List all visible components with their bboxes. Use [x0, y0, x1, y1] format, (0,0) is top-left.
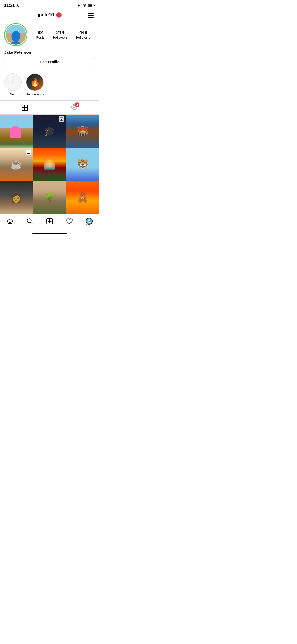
- grid-photo-5[interactable]: 🌅: [33, 148, 66, 181]
- battery-icon: [88, 4, 95, 7]
- nav-profile[interactable]: [84, 217, 95, 226]
- photo-9-emoji: 🧸: [77, 192, 89, 203]
- posts-stat[interactable]: 82 Posts: [36, 30, 45, 39]
- grid-photo-3[interactable]: 🏟️: [66, 115, 99, 148]
- grid-photo-7[interactable]: 👩: [0, 181, 33, 214]
- svg-rect-12: [27, 151, 30, 153]
- svg-rect-5: [25, 105, 27, 107]
- new-story-circle[interactable]: +: [4, 73, 22, 91]
- avatar-container[interactable]: [4, 23, 27, 46]
- status-time: 11:21: [4, 3, 19, 8]
- top-nav: jpete10 1: [0, 10, 99, 21]
- wifi-icon: [83, 4, 87, 7]
- grid-photo-4[interactable]: ☕: [0, 148, 33, 181]
- tagged-badge: 2: [75, 102, 79, 107]
- avatar-face: [6, 25, 26, 45]
- svg-rect-7: [25, 108, 27, 110]
- photo-5-emoji: 🌅: [44, 159, 55, 170]
- status-bar: 11:21: [0, 0, 99, 10]
- svg-point-18: [88, 219, 90, 221]
- photo-4-emoji: ☕: [10, 159, 22, 170]
- posts-label: Posts: [36, 35, 45, 39]
- svg-rect-6: [22, 108, 25, 110]
- location-icon: [16, 4, 19, 7]
- photo-grid: 🎓 🏟️ ☕ 🌅 🐯: [0, 115, 99, 214]
- grid-icon: [22, 104, 28, 111]
- svg-rect-11: [61, 118, 62, 120]
- bottom-nav: [0, 214, 99, 231]
- add-icon: [46, 218, 53, 225]
- photo-8-emoji: 🌳: [44, 192, 55, 203]
- photo-3-content: 🏟️: [66, 115, 99, 148]
- nav-activity[interactable]: [64, 217, 75, 226]
- profile-info-row: 82 Posts 214 Followers 449 Following: [4, 23, 95, 46]
- stories-row: + New 🔥 Boomerangs: [0, 70, 99, 101]
- grid-photo-2[interactable]: 🎓: [33, 115, 66, 148]
- svg-line-14: [31, 222, 32, 224]
- username: jpete10: [37, 12, 54, 18]
- svg-marker-0: [16, 4, 19, 7]
- edit-profile-button[interactable]: Edit Profile: [4, 58, 95, 66]
- hamburger-menu[interactable]: [87, 12, 95, 19]
- grid-photo-9[interactable]: 🧸: [66, 181, 99, 214]
- svg-rect-3: [89, 4, 92, 7]
- photo-5-content: 🌅: [33, 148, 66, 181]
- followers-label: Followers: [53, 35, 68, 39]
- profile-nav-dot: [86, 224, 87, 225]
- new-story-label: New: [10, 93, 16, 96]
- nav-add[interactable]: [44, 217, 55, 226]
- followers-stat[interactable]: 214 Followers: [53, 30, 68, 39]
- boomerangs-story-label: Boomerangs: [26, 93, 44, 96]
- tagged-icon-container: 2: [71, 104, 77, 111]
- nav-home[interactable]: [4, 217, 16, 226]
- grid-photo-1[interactable]: [0, 115, 33, 148]
- following-count: 449: [79, 30, 87, 35]
- profile-header: 82 Posts 214 Followers 449 Following Jak…: [0, 21, 99, 70]
- photo-3-emoji: 🏟️: [77, 126, 89, 137]
- profile-icon: [87, 219, 92, 224]
- following-label: Following: [76, 35, 91, 39]
- tab-tagged[interactable]: 2: [50, 101, 99, 114]
- photo-1-content: [0, 115, 33, 148]
- avatar: [6, 25, 26, 45]
- photo-7-emoji: 👩: [10, 192, 22, 203]
- grid-photo-8[interactable]: 🌳: [33, 181, 66, 214]
- profile-name: Jake Peterson: [4, 50, 95, 54]
- svg-rect-10: [60, 118, 63, 120]
- photo-7-content: 👩: [0, 181, 33, 214]
- home-indicator: [32, 233, 67, 234]
- boomerangs-story-image: 🔥: [26, 74, 43, 91]
- svg-rect-4: [22, 105, 25, 107]
- posts-count: 82: [37, 30, 43, 35]
- photo-9-content: 🧸: [66, 181, 99, 214]
- followers-count: 214: [56, 30, 64, 35]
- photo-6-emoji: 🐯: [77, 159, 89, 170]
- username-container: jpete10 1: [37, 12, 61, 18]
- stats-row: 82 Posts 214 Followers 449 Following: [32, 30, 95, 39]
- photo-2-emoji: 🎓: [44, 126, 55, 137]
- add-story-icon: +: [11, 79, 15, 86]
- notification-badge: 1: [56, 12, 62, 18]
- photo-2-overlay: [59, 116, 64, 122]
- status-icons: [77, 3, 95, 8]
- home-icon: [7, 218, 13, 225]
- grid-photo-6[interactable]: 🐯: [66, 148, 99, 181]
- search-icon: [26, 218, 33, 225]
- following-stat[interactable]: 449 Following: [76, 30, 91, 39]
- boomerangs-story-item[interactable]: 🔥 Boomerangs: [26, 73, 44, 96]
- photo-6-content: 🐯: [66, 148, 99, 181]
- photo-4-overlay: [26, 150, 31, 155]
- tab-bar: 2: [0, 101, 99, 115]
- new-story-item[interactable]: + New: [4, 73, 22, 96]
- plane-icon: [77, 3, 81, 8]
- boomerangs-story-circle[interactable]: 🔥: [26, 73, 44, 91]
- photo-8-content: 🌳: [33, 181, 66, 214]
- heart-icon: [66, 218, 73, 225]
- tab-grid[interactable]: [0, 101, 50, 114]
- svg-rect-2: [94, 5, 95, 6]
- nav-search[interactable]: [24, 217, 35, 226]
- avatar-ring: [4, 23, 27, 46]
